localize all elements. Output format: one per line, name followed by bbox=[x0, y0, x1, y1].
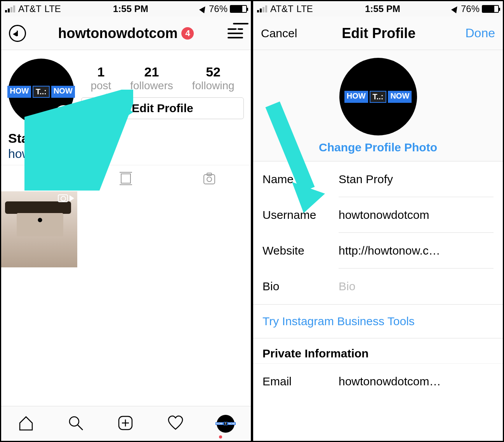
stat-posts[interactable]: 1 post bbox=[90, 64, 111, 92]
private-info-header: Private Information bbox=[253, 338, 503, 364]
website-field[interactable]: http://howtonow.c… bbox=[339, 233, 494, 269]
profile-nav-bar: howtonowdotcom 4 1 bbox=[1, 17, 251, 50]
username-field[interactable]: howtonowdotcom bbox=[339, 198, 494, 233]
stat-following[interactable]: 52 following bbox=[192, 64, 235, 92]
row-bio[interactable]: Bio Bio bbox=[253, 269, 503, 304]
carrier-label: AT&T bbox=[270, 3, 294, 14]
profile-username-title[interactable]: howtonowdotcom bbox=[58, 25, 178, 42]
clock: 1:55 PM bbox=[365, 3, 400, 14]
name-field[interactable]: Stan Profy bbox=[339, 162, 494, 197]
nav-home[interactable] bbox=[17, 414, 35, 433]
avatar-text-left: HOW bbox=[344, 91, 368, 103]
svg-rect-8 bbox=[204, 175, 215, 184]
location-icon bbox=[451, 5, 460, 13]
network-label: LTE bbox=[297, 3, 313, 14]
edit-title: Edit Profile bbox=[342, 25, 415, 42]
edit-nav-bar: Cancel Edit Profile Done bbox=[253, 17, 503, 50]
svg-line-18 bbox=[273, 104, 308, 190]
status-bar: AT&T LTE 1:55 PM 76% bbox=[253, 1, 503, 17]
post-thumbnail[interactable] bbox=[1, 191, 77, 267]
bio-field[interactable]: Bio bbox=[339, 269, 494, 304]
nav-activity[interactable] bbox=[167, 414, 184, 433]
row-email[interactable]: Email howtonowdotcom… bbox=[253, 364, 503, 399]
nav-profile[interactable]: HOWTNOW bbox=[217, 415, 235, 433]
done-button[interactable]: Done bbox=[465, 26, 495, 40]
bottom-nav: HOWTNOW bbox=[1, 406, 251, 441]
posts-grid bbox=[1, 191, 251, 267]
battery-pct: 76% bbox=[461, 3, 480, 14]
annotation-arrow-icon bbox=[252, 97, 327, 215]
status-bar: AT&T LTE 1:55 PM 76% bbox=[1, 1, 251, 17]
carrier-label: AT&T bbox=[18, 3, 42, 14]
signal-icon bbox=[5, 5, 15, 12]
business-tools-link[interactable]: Try Instagram Business Tools bbox=[253, 304, 503, 338]
profile-screen: AT&T LTE 1:55 PM 76% howtonowdotcom 4 1 bbox=[0, 0, 252, 442]
nav-add[interactable] bbox=[117, 414, 134, 433]
edit-avatar[interactable]: HOW T..: NOW bbox=[339, 58, 417, 135]
menu-button[interactable]: 1 bbox=[228, 28, 243, 38]
signal-icon bbox=[257, 5, 267, 12]
svg-line-16 bbox=[32, 105, 118, 183]
row-website[interactable]: Website http://howtonow.c… bbox=[253, 233, 503, 269]
email-field[interactable]: howtonowdotcom… bbox=[339, 364, 494, 399]
cancel-button[interactable]: Cancel bbox=[261, 27, 297, 40]
clock: 1:55 PM bbox=[113, 3, 148, 14]
svg-point-9 bbox=[207, 177, 212, 182]
nav-activity-dot bbox=[219, 435, 222, 439]
edit-profile-screen: AT&T LTE 1:55 PM 76% Cancel Edit Profile… bbox=[252, 0, 504, 442]
battery-icon bbox=[482, 5, 499, 13]
tab-tagged[interactable] bbox=[168, 171, 251, 186]
archive-icon[interactable] bbox=[9, 25, 26, 42]
menu-badge: 1 bbox=[233, 23, 249, 24]
network-label: LTE bbox=[45, 3, 61, 14]
location-icon bbox=[199, 5, 208, 13]
svg-line-12 bbox=[78, 425, 83, 430]
battery-icon bbox=[230, 5, 247, 13]
svg-point-11 bbox=[70, 417, 79, 426]
avatar-text-mid: T..: bbox=[370, 91, 387, 103]
avatar-text-right: NOW bbox=[388, 91, 412, 103]
notification-badge[interactable]: 4 bbox=[181, 27, 194, 40]
nav-search[interactable] bbox=[67, 414, 84, 433]
annotation-arrow-icon bbox=[24, 90, 133, 192]
battery-pct: 76% bbox=[209, 3, 228, 14]
stat-followers[interactable]: 21 followers bbox=[130, 64, 173, 92]
media-type-icon bbox=[58, 194, 74, 202]
